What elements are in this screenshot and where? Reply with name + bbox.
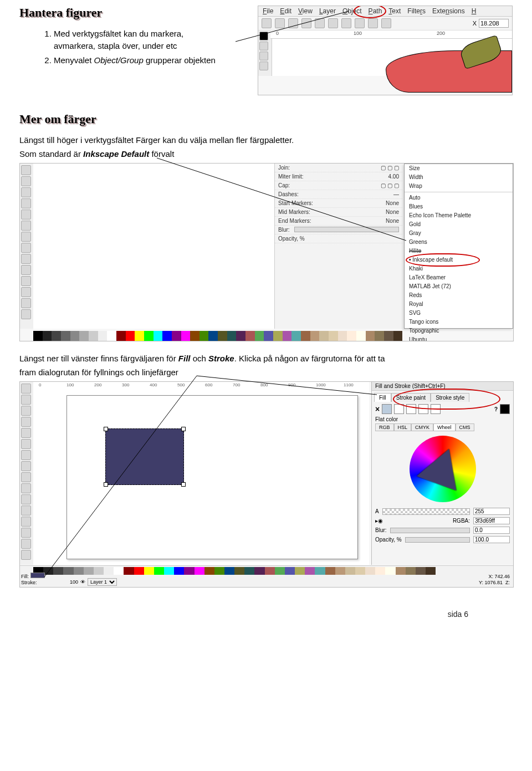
color-swatch[interactable] xyxy=(325,567,335,575)
color-swatch[interactable] xyxy=(53,567,63,575)
tool-icon[interactable] xyxy=(21,472,31,482)
color-swatch[interactable] xyxy=(355,567,365,575)
tool-icon[interactable] xyxy=(21,276,31,286)
toolbar-icon[interactable] xyxy=(288,18,298,28)
color-picker-icon[interactable]: ▸◉ xyxy=(375,518,383,524)
blur-slider[interactable] xyxy=(390,528,470,533)
color-swatch[interactable] xyxy=(144,567,154,575)
unset-paint-icon[interactable] xyxy=(500,404,510,414)
color-swatch[interactable] xyxy=(329,331,338,341)
tool-icon[interactable] xyxy=(21,528,31,538)
color-swatch[interactable] xyxy=(255,331,264,341)
tool-icon[interactable] xyxy=(21,187,31,197)
tool-icon[interactable] xyxy=(21,254,31,264)
color-swatch[interactable] xyxy=(135,331,144,341)
selection-tool-icon[interactable] xyxy=(259,32,268,40)
tool-icon[interactable] xyxy=(21,417,31,427)
color-swatch[interactable] xyxy=(134,567,144,575)
color-swatch[interactable] xyxy=(43,567,53,575)
color-swatch[interactable] xyxy=(283,331,292,341)
selected-rectangle[interactable] xyxy=(105,428,184,485)
selection-handle[interactable] xyxy=(181,427,186,431)
color-swatch[interactable] xyxy=(154,331,163,341)
palette-menu-item[interactable]: SVG xyxy=(405,309,513,318)
blur-slider[interactable] xyxy=(294,227,399,232)
menu-text[interactable]: Text xyxy=(388,7,401,15)
menu-filters[interactable]: Filters xyxy=(407,7,426,15)
color-swatch[interactable] xyxy=(190,331,200,341)
color-swatch[interactable] xyxy=(204,567,214,575)
x-input[interactable] xyxy=(479,19,509,28)
start-markers-value[interactable]: None xyxy=(386,200,399,206)
color-swatch[interactable] xyxy=(107,331,116,341)
tool-icon[interactable] xyxy=(21,298,31,308)
fill-swatch[interactable] xyxy=(30,573,45,578)
color-swatch[interactable] xyxy=(70,331,80,341)
color-swatch[interactable] xyxy=(124,567,134,575)
tool-icon[interactable] xyxy=(21,483,31,493)
toolbar-icon[interactable] xyxy=(381,18,391,28)
color-swatch[interactable] xyxy=(264,331,273,341)
palette-menu-item[interactable]: Wrap xyxy=(405,182,513,191)
color-swatch[interactable] xyxy=(319,331,329,341)
color-swatch[interactable] xyxy=(375,331,384,341)
color-swatch[interactable] xyxy=(98,331,108,341)
tool-icon[interactable] xyxy=(21,517,31,527)
color-swatch[interactable] xyxy=(200,331,209,341)
tool-icon[interactable] xyxy=(21,461,31,471)
palette-menu-item[interactable]: Gold xyxy=(405,220,513,229)
color-swatch[interactable] xyxy=(275,567,285,575)
color-swatch[interactable] xyxy=(104,567,114,575)
color-swatch[interactable] xyxy=(366,331,375,341)
flat-color-icon[interactable] xyxy=(382,404,392,414)
zoom-tool-icon[interactable] xyxy=(259,62,268,70)
palette-menu-item[interactable]: Royal xyxy=(405,300,513,309)
tool-icon[interactable] xyxy=(21,210,31,219)
alpha-slider[interactable] xyxy=(382,508,470,515)
tool-icon[interactable] xyxy=(21,221,31,231)
color-swatch[interactable] xyxy=(84,567,94,575)
tool-icon[interactable] xyxy=(21,165,31,175)
color-swatch[interactable] xyxy=(285,567,295,575)
toolbar-icon[interactable] xyxy=(275,18,285,28)
color-swatch[interactable] xyxy=(396,567,406,575)
tool-icon[interactable] xyxy=(21,176,31,186)
color-swatch[interactable] xyxy=(144,331,154,341)
miter-value[interactable]: 4.00 xyxy=(388,173,399,180)
tool-icon[interactable] xyxy=(21,494,31,504)
tool-icon[interactable] xyxy=(21,198,31,208)
join-icons[interactable]: ▢ ▢ ▢ xyxy=(381,165,399,171)
menu-view[interactable]: View xyxy=(298,7,313,15)
fill-stroke-indicator[interactable]: Fill: Stroke: xyxy=(21,573,45,586)
palette-menu-item[interactable]: Ubuntu xyxy=(405,335,513,341)
blur-input[interactable] xyxy=(473,527,510,534)
palette-menu-item[interactable]: Greens xyxy=(405,238,513,247)
menu-file[interactable]: FFileile xyxy=(263,7,273,15)
color-swatch[interactable] xyxy=(236,331,245,341)
color-swatch[interactable] xyxy=(338,331,347,341)
opacity-slider[interactable] xyxy=(405,537,470,543)
tool-icon[interactable] xyxy=(21,287,31,297)
mode-rgb[interactable]: RGB xyxy=(375,423,394,431)
palette-menu-item[interactable]: Tango icons xyxy=(405,318,513,326)
toolbar-icon[interactable] xyxy=(315,18,325,28)
palette-menu-item[interactable]: Blues xyxy=(405,202,513,211)
color-swatch[interactable] xyxy=(172,331,181,341)
color-swatch[interactable] xyxy=(61,331,70,341)
color-triangle[interactable] xyxy=(417,442,469,491)
color-swatch[interactable] xyxy=(116,331,126,341)
color-swatch[interactable] xyxy=(265,567,275,575)
color-swatch[interactable] xyxy=(164,567,174,575)
toolbar-icon[interactable] xyxy=(328,18,338,28)
color-swatch[interactable] xyxy=(393,331,403,341)
color-swatch[interactable] xyxy=(224,567,234,575)
color-swatch[interactable] xyxy=(305,567,315,575)
color-swatch[interactable] xyxy=(174,567,184,575)
color-swatch[interactable] xyxy=(234,567,244,575)
palette-menu-item[interactable]: Gray xyxy=(405,229,513,238)
layer-visibility-icon[interactable]: 👁 xyxy=(80,579,85,585)
color-swatch[interactable] xyxy=(315,567,325,575)
selection-handle[interactable] xyxy=(104,482,108,487)
selection-handle[interactable] xyxy=(181,482,186,487)
mid-markers-value[interactable]: None xyxy=(386,209,399,215)
